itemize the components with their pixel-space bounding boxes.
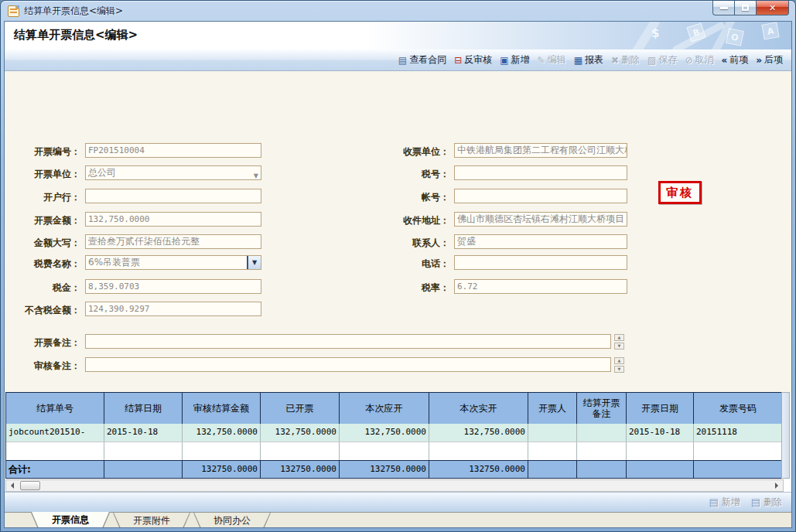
col-header: 发票号码 xyxy=(694,393,783,424)
maximize-button[interactable] xyxy=(735,1,757,15)
report-icon: ▦ xyxy=(574,56,582,65)
maximize-icon xyxy=(742,5,749,11)
invoice-amount-field[interactable]: 132,750.0000 xyxy=(85,212,261,227)
toolbar: ▤ 查看合同 ⊟ 反审核 ▣ 新增 ✎ 编辑 ▦ 报表 ✖ 删除 ▨ 保存 ⊘ xyxy=(5,49,791,71)
audit-stamp: 审核 xyxy=(658,181,702,204)
account-no-field[interactable] xyxy=(454,189,627,203)
invoice-unit-select[interactable]: 总公司 ▼ xyxy=(85,165,261,180)
tax-amount-field[interactable]: 8,359.0703 xyxy=(85,279,261,294)
receiver-unit-field[interactable]: 中铁港航局集团第二工程有限公司江顺大桥 xyxy=(454,143,627,158)
receive-address-field[interactable]: 佛山市顺德区杏坛镇右滩村江顺大桥项目 xyxy=(454,212,627,227)
delete-button[interactable]: ✖ 删除 xyxy=(607,53,644,66)
invoice-remark-spinner: ▲ ▼ xyxy=(614,334,624,350)
tab-invoice-info[interactable]: 开票信息 xyxy=(31,513,110,528)
scrollbar-thumb[interactable] xyxy=(20,481,40,490)
phone-field[interactable] xyxy=(454,255,627,270)
chevron-down-icon[interactable]: ▼ xyxy=(248,256,261,269)
col-header: 本次应开 xyxy=(340,393,429,424)
spin-up-icon[interactable]: ▲ xyxy=(614,357,624,364)
dollar-sign-graphic: $ xyxy=(651,26,659,40)
col-header: 本次实开 xyxy=(429,393,528,424)
previous-icon: « xyxy=(721,56,727,65)
tab-invoice-attachment[interactable]: 开票附件 xyxy=(113,513,190,528)
audit-remark-field[interactable] xyxy=(85,357,611,372)
phone-label: 电话： xyxy=(314,257,449,271)
edit-icon: ✎ xyxy=(538,56,545,65)
contact-label: 联系人： xyxy=(314,236,449,251)
tax-rate-label: 税率： xyxy=(314,281,449,295)
receiver-unit-label: 收票单位： xyxy=(314,145,449,159)
close-button[interactable]: ✕ xyxy=(757,1,789,15)
report-button[interactable]: ▦ 报表 xyxy=(570,53,607,66)
receive-address-label: 收件地址： xyxy=(314,213,449,228)
vertical-scrollbar[interactable] xyxy=(781,392,790,479)
title-bar[interactable]: 结算单开票信息<编辑> xyxy=(1,1,795,21)
cancel-button[interactable]: ⊘ 取消 xyxy=(681,53,717,66)
spin-up-icon[interactable]: ▲ xyxy=(614,334,624,341)
grid-delete-button[interactable]: ▤ 删除 xyxy=(751,496,782,509)
amount-excl-tax-field[interactable]: 124,390.9297 xyxy=(85,302,261,316)
add-icon: ▣ xyxy=(500,56,508,65)
bank-field[interactable] xyxy=(85,189,261,203)
invoice-remark-field[interactable] xyxy=(85,334,611,349)
grid-add-button[interactable]: ▤ 新增 xyxy=(709,496,740,509)
amount-excl-tax-label: 不含税金额： xyxy=(5,303,80,318)
close-icon: ✕ xyxy=(769,3,776,13)
invoice-amount-label: 开票金额： xyxy=(5,213,80,228)
window-title: 结算单开票信息<编辑> xyxy=(24,5,123,18)
table-total-row: 合计: 132750.0000 132750.0000 132750.0000 … xyxy=(6,460,783,478)
tax-no-field[interactable] xyxy=(454,165,627,180)
cancel-icon: ⊘ xyxy=(685,56,692,65)
tax-name-select[interactable]: 6%吊装普票 ▼ xyxy=(85,255,261,270)
add-button[interactable]: ▣ 新增 xyxy=(496,53,533,66)
view-contract-button[interactable]: ▤ 查看合同 xyxy=(395,53,450,66)
scroll-left-icon[interactable] xyxy=(6,480,19,491)
grid-toolbar: ▤ 新增 ▤ 删除 xyxy=(5,492,791,512)
dice-a-graphic: A xyxy=(761,22,779,39)
table-row[interactable]: jobcount201510-0084 2015-10-18 132,750.0… xyxy=(6,424,783,442)
table-empty-row xyxy=(6,442,783,460)
view-contract-icon: ▤ xyxy=(398,56,407,65)
page-title: 结算单开票信息<编辑> xyxy=(14,28,138,43)
previous-item-button[interactable]: « 前项 xyxy=(717,53,752,66)
contact-field[interactable]: 贺盛 xyxy=(454,234,627,249)
chevron-down-icon[interactable]: ▼ xyxy=(254,169,258,180)
audit-remark-spinner: ▲ ▼ xyxy=(614,357,624,373)
horizontal-scrollbar[interactable] xyxy=(5,479,784,492)
tax-no-label: 税号： xyxy=(314,167,449,182)
decorative-banner: $ B O A xyxy=(625,22,791,49)
account-no-label: 帐号： xyxy=(314,190,449,205)
next-item-button[interactable]: » 后项 xyxy=(752,53,787,66)
minimize-button[interactable] xyxy=(712,1,735,15)
tax-name-label: 税费名称： xyxy=(5,257,80,271)
invoice-form: 开票编号： FP201510004 开票单位： 总公司 ▼ 开户行： 开票金额：… xyxy=(5,71,791,392)
settlement-table: 结算单号 结算日期 审核结算金额 已开票 本次应开 本次实开 开票人 结算开票备… xyxy=(5,392,784,479)
minimize-icon xyxy=(720,7,728,9)
col-header: 审核结算金额 xyxy=(183,393,261,424)
save-button[interactable]: ▨ 保存 xyxy=(644,53,681,66)
reverse-audit-icon: ⊟ xyxy=(454,56,462,65)
grid-delete-icon: ▤ xyxy=(751,496,760,508)
invoice-no-field[interactable]: FP201510004 xyxy=(85,143,261,158)
invoice-no-label: 开票编号： xyxy=(5,145,80,159)
col-header: 结算单号 xyxy=(6,393,104,424)
spin-down-icon[interactable]: ▼ xyxy=(614,343,624,350)
bottom-tab-bar: 开票信息 开票附件 协同办公 xyxy=(5,512,791,527)
spin-down-icon[interactable]: ▼ xyxy=(614,366,624,373)
tax-amount-label: 税金： xyxy=(5,281,80,295)
tab-collaboration[interactable]: 协同办公 xyxy=(193,513,271,528)
invoice-unit-label: 开票单位： xyxy=(5,167,80,182)
app-window: 结算单开票信息<编辑> ✕ 结算单开票信息<编辑> $ B O A ▤ 查看合同 xyxy=(0,0,796,532)
col-header: 结算开票备注 xyxy=(577,393,627,424)
window-icon xyxy=(8,5,19,17)
scroll-right-icon[interactable] xyxy=(770,480,783,491)
col-header: 开票日期 xyxy=(627,393,694,424)
delete-icon: ✖ xyxy=(611,56,619,65)
window-content: 结算单开票信息<编辑> $ B O A ▤ 查看合同 ⊟ 反审核 ▣ 新增 xyxy=(4,21,792,528)
tax-rate-field[interactable]: 6.72 xyxy=(454,279,627,294)
edit-button[interactable]: ✎ 编辑 xyxy=(534,53,570,66)
col-header: 开票人 xyxy=(528,393,577,424)
amount-words-field[interactable]: 壹拾叁万贰仟柒佰伍拾元整 xyxy=(85,234,261,249)
invoice-remark-label: 开票备注： xyxy=(5,336,80,350)
reverse-audit-button[interactable]: ⊟ 反审核 xyxy=(450,53,496,66)
